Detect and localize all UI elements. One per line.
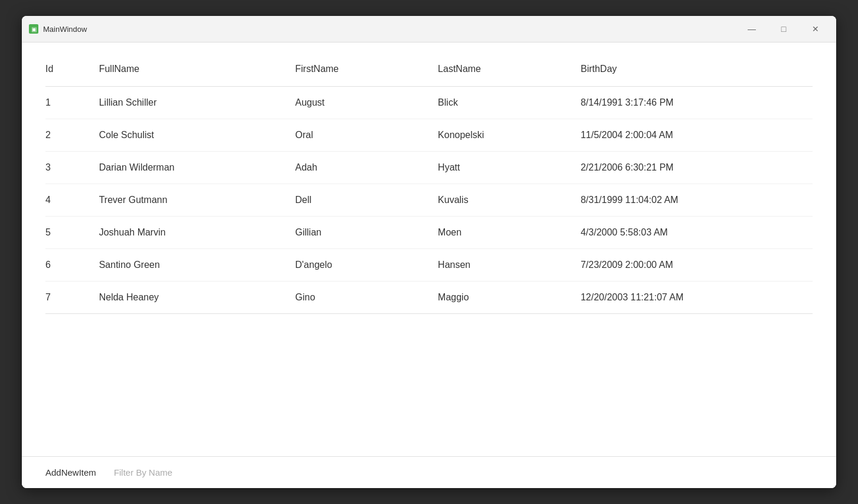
table-row[interactable]: 4Trever GutmannDellKuvalis8/31/1999 11:0… (45, 184, 813, 217)
cell-fullname-4: Joshuah Marvin (99, 217, 296, 249)
minimize-button[interactable]: — (738, 21, 765, 37)
filter-by-name-button[interactable]: Filter By Name (114, 465, 172, 480)
cell-firstname-1: Oral (295, 119, 438, 152)
close-button[interactable]: ✕ (802, 21, 829, 37)
table-row[interactable]: 5Joshuah MarvinGillianMoen4/3/2000 5:58:… (45, 217, 813, 249)
cell-id-2: 3 (45, 152, 99, 184)
header-row: Id FullName FirstName LastName BirthDay (45, 54, 813, 87)
cell-birthday-1: 11/5/2004 2:00:04 AM (581, 119, 813, 152)
cell-lastname-5: Hansen (438, 249, 581, 282)
cell-id-3: 4 (45, 184, 99, 217)
col-header-id: Id (45, 54, 99, 87)
col-header-firstname: FirstName (295, 54, 438, 87)
cell-firstname-6: Gino (295, 282, 438, 314)
col-header-birthday: BirthDay (581, 54, 813, 87)
cell-fullname-3: Trever Gutmann (99, 184, 296, 217)
table-row[interactable]: 7Nelda HeaneyGinoMaggio12/20/2003 11:21:… (45, 282, 813, 314)
cell-birthday-3: 8/31/1999 11:04:02 AM (581, 184, 813, 217)
table-header: Id FullName FirstName LastName BirthDay (45, 54, 813, 87)
cell-id-0: 1 (45, 87, 99, 119)
cell-lastname-6: Maggio (438, 282, 581, 314)
col-header-lastname: LastName (438, 54, 581, 87)
main-window: ▣ MainWindow — □ ✕ Id FullName FirstName… (22, 16, 836, 488)
cell-birthday-5: 7/23/2009 2:00:00 AM (581, 249, 813, 282)
cell-id-1: 2 (45, 119, 99, 152)
footer: AddNewItem Filter By Name (22, 456, 836, 488)
table-row[interactable]: 1Lillian SchillerAugustBlick8/14/1991 3:… (45, 87, 813, 119)
cell-lastname-0: Blick (438, 87, 581, 119)
cell-firstname-4: Gillian (295, 217, 438, 249)
col-header-fullname: FullName (99, 54, 296, 87)
cell-id-5: 6 (45, 249, 99, 282)
table-row[interactable]: 3Darian WildermanAdahHyatt2/21/2006 6:30… (45, 152, 813, 184)
cell-id-4: 5 (45, 217, 99, 249)
title-bar: ▣ MainWindow — □ ✕ (22, 16, 836, 42)
cell-birthday-4: 4/3/2000 5:58:03 AM (581, 217, 813, 249)
table-body: 1Lillian SchillerAugustBlick8/14/1991 3:… (45, 87, 813, 314)
cell-birthday-0: 8/14/1991 3:17:46 PM (581, 87, 813, 119)
cell-lastname-2: Hyatt (438, 152, 581, 184)
cell-firstname-0: August (295, 87, 438, 119)
cell-id-6: 7 (45, 282, 99, 314)
cell-fullname-0: Lillian Schiller (99, 87, 296, 119)
cell-birthday-2: 2/21/2006 6:30:21 PM (581, 152, 813, 184)
cell-fullname-6: Nelda Heaney (99, 282, 296, 314)
data-table: Id FullName FirstName LastName BirthDay … (45, 54, 813, 314)
cell-fullname-5: Santino Green (99, 249, 296, 282)
cell-fullname-1: Cole Schulist (99, 119, 296, 152)
cell-lastname-3: Kuvalis (438, 184, 581, 217)
cell-firstname-2: Adah (295, 152, 438, 184)
cell-firstname-3: Dell (295, 184, 438, 217)
window-title: MainWindow (43, 25, 87, 34)
title-bar-controls: — □ ✕ (738, 21, 829, 37)
content-area: Id FullName FirstName LastName BirthDay … (22, 42, 836, 456)
cell-lastname-1: Konopelski (438, 119, 581, 152)
window-icon: ▣ (29, 24, 38, 34)
title-bar-left: ▣ MainWindow (29, 24, 87, 34)
cell-firstname-5: D'angelo (295, 249, 438, 282)
add-new-item-button[interactable]: AddNewItem (45, 465, 96, 480)
table-row[interactable]: 2Cole SchulistOralKonopelski11/5/2004 2:… (45, 119, 813, 152)
table-row[interactable]: 6Santino GreenD'angeloHansen7/23/2009 2:… (45, 249, 813, 282)
cell-fullname-2: Darian Wilderman (99, 152, 296, 184)
cell-birthday-6: 12/20/2003 11:21:07 AM (581, 282, 813, 314)
maximize-button[interactable]: □ (770, 21, 797, 37)
cell-lastname-4: Moen (438, 217, 581, 249)
